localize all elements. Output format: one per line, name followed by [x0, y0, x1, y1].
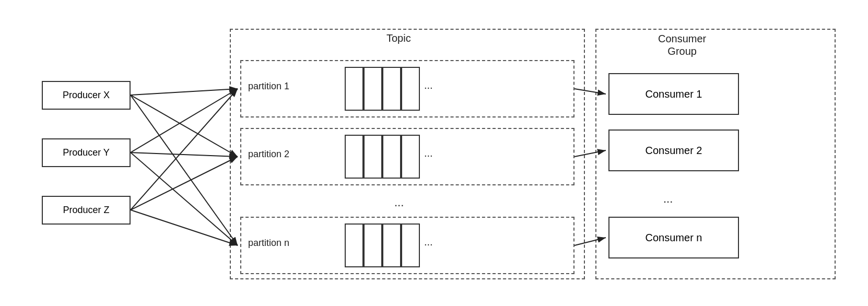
- consumer-2-box: Consumer 2: [608, 130, 739, 171]
- seg-p1-dots: ...: [424, 79, 433, 91]
- svg-line-7: [131, 89, 238, 210]
- producer-y-label: Producer Y: [63, 147, 110, 158]
- seg-p1-1: [345, 67, 363, 111]
- producer-x-label: Producer X: [63, 90, 110, 101]
- svg-line-8: [131, 157, 238, 210]
- svg-line-1: [131, 89, 238, 95]
- producer-x-box: Producer X: [42, 81, 131, 110]
- seg-p1-3: [382, 67, 401, 111]
- seg-p1-2: [363, 67, 382, 111]
- consumer-group-label: Consumer Group: [658, 32, 706, 57]
- consumers-ellipsis: ...: [663, 192, 673, 206]
- consumer-n-label: Consumer n: [646, 232, 702, 244]
- svg-line-3: [131, 95, 238, 245]
- seg-p1-4: [401, 67, 420, 111]
- consumer-n-box: Consumer n: [608, 217, 739, 258]
- partitions-ellipsis: ...: [394, 196, 404, 209]
- partition-n-label: partition n: [248, 238, 289, 249]
- partition-2-label: partition 2: [248, 149, 289, 160]
- seg-pn-4: [401, 223, 420, 267]
- seg-pn-2: [363, 223, 382, 267]
- svg-line-6: [131, 152, 238, 245]
- seg-p2-1: [345, 135, 363, 179]
- consumer-2-label: Consumer 2: [646, 145, 702, 157]
- svg-line-2: [131, 95, 238, 157]
- kafka-diagram: Producer X Producer Y Producer Z Topic p…: [0, 0, 868, 306]
- svg-line-9: [131, 210, 238, 245]
- topic-label: Topic: [386, 32, 411, 44]
- seg-p2-4: [401, 135, 420, 179]
- seg-p2-2: [363, 135, 382, 179]
- seg-pn-dots: ...: [424, 236, 433, 248]
- svg-line-4: [131, 89, 238, 152]
- seg-pn-3: [382, 223, 401, 267]
- seg-p2-3: [382, 135, 401, 179]
- partition-1-label: partition 1: [248, 81, 289, 92]
- consumer-1-label: Consumer 1: [646, 88, 702, 100]
- producer-y-box: Producer Y: [42, 138, 131, 167]
- consumer-1-box: Consumer 1: [608, 73, 739, 115]
- seg-pn-1: [345, 223, 363, 267]
- seg-p2-dots: ...: [424, 147, 433, 159]
- svg-line-5: [131, 152, 238, 157]
- producer-z-label: Producer Z: [63, 205, 109, 216]
- producer-z-box: Producer Z: [42, 196, 131, 225]
